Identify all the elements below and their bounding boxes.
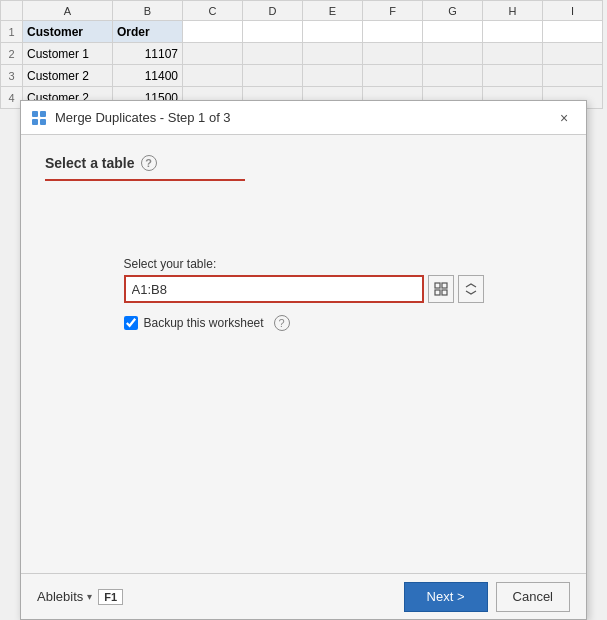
dialog-icon bbox=[31, 110, 47, 126]
col-header-d: D bbox=[243, 1, 303, 21]
row-num-3: 3 bbox=[1, 65, 23, 87]
table-row: 3 Customer 2 11400 bbox=[1, 65, 603, 87]
col-header-f: F bbox=[363, 1, 423, 21]
dialog-footer: Ablebits ▾ F1 Next > Cancel bbox=[21, 573, 586, 619]
col-header-g: G bbox=[423, 1, 483, 21]
cell-b1[interactable]: Order bbox=[113, 21, 183, 43]
col-header-a[interactable]: A bbox=[23, 1, 113, 21]
col-header-b[interactable]: B bbox=[113, 1, 183, 21]
col-header-h: H bbox=[483, 1, 543, 21]
row-num-1: 1 bbox=[1, 21, 23, 43]
cell-a2[interactable]: Customer 1 bbox=[23, 43, 113, 65]
merge-duplicates-dialog: Merge Duplicates - Step 1 of 3 × Select … bbox=[20, 100, 587, 620]
spreadsheet-table: A B C D E F G H I 1 Customer Order bbox=[0, 0, 603, 109]
footer-right: Next > Cancel bbox=[404, 582, 570, 612]
dialog-titlebar: Merge Duplicates - Step 1 of 3 × bbox=[21, 101, 586, 135]
cell-g3 bbox=[423, 65, 483, 87]
cell-c1 bbox=[183, 21, 243, 43]
row-num-2: 2 bbox=[1, 43, 23, 65]
cell-h2 bbox=[483, 43, 543, 65]
spreadsheet-area: A B C D E F G H I 1 Customer Order bbox=[0, 0, 607, 109]
backup-label: Backup this worksheet bbox=[144, 316, 264, 330]
table-range-input[interactable] bbox=[124, 275, 424, 303]
cell-f1 bbox=[363, 21, 423, 43]
backup-checkbox-row: Backup this worksheet ? bbox=[124, 315, 484, 331]
cell-b3[interactable]: 11400 bbox=[113, 65, 183, 87]
cell-a1[interactable]: Customer bbox=[23, 21, 113, 43]
svg-rect-3 bbox=[40, 119, 46, 125]
chevron-down-icon: ▾ bbox=[87, 591, 92, 602]
cell-i1 bbox=[543, 21, 603, 43]
table-row: 2 Customer 1 11107 bbox=[1, 43, 603, 65]
section-title-text: Select a table bbox=[45, 155, 135, 171]
cell-i3 bbox=[543, 65, 603, 87]
next-button[interactable]: Next > bbox=[404, 582, 488, 612]
cell-i2 bbox=[543, 43, 603, 65]
corner-cell bbox=[1, 1, 23, 21]
col-header-c: C bbox=[183, 1, 243, 21]
backup-help-icon[interactable]: ? bbox=[274, 315, 290, 331]
cell-c2 bbox=[183, 43, 243, 65]
ablebits-logo[interactable]: Ablebits ▾ bbox=[37, 589, 92, 604]
cell-h1 bbox=[483, 21, 543, 43]
cell-a3[interactable]: Customer 2 bbox=[23, 65, 113, 87]
ablebits-label: Ablebits bbox=[37, 589, 83, 604]
section-title-container: Select a table ? bbox=[45, 155, 245, 181]
cell-g2 bbox=[423, 43, 483, 65]
table-input-row bbox=[124, 275, 484, 303]
cell-b2[interactable]: 11107 bbox=[113, 43, 183, 65]
expand-icon bbox=[434, 282, 448, 296]
cell-e1 bbox=[303, 21, 363, 43]
expand-range-button[interactable] bbox=[428, 275, 454, 303]
form-area: Select your table: bbox=[45, 257, 562, 331]
collapse-icon bbox=[464, 282, 478, 296]
close-button[interactable]: × bbox=[552, 106, 576, 130]
table-select-label: Select your table: bbox=[124, 257, 484, 271]
collapse-range-button[interactable] bbox=[458, 275, 484, 303]
footer-left: Ablebits ▾ F1 bbox=[37, 589, 404, 605]
section-help-icon[interactable]: ? bbox=[141, 155, 157, 171]
col-header-e: E bbox=[303, 1, 363, 21]
f1-help-button[interactable]: F1 bbox=[98, 589, 123, 605]
svg-rect-6 bbox=[435, 290, 440, 295]
svg-rect-4 bbox=[435, 283, 440, 288]
cell-d3 bbox=[243, 65, 303, 87]
cell-c3 bbox=[183, 65, 243, 87]
cell-g1 bbox=[423, 21, 483, 43]
dialog-title: Merge Duplicates - Step 1 of 3 bbox=[55, 110, 544, 125]
cell-e2 bbox=[303, 43, 363, 65]
col-header-i: I bbox=[543, 1, 603, 21]
table-row: 1 Customer Order bbox=[1, 21, 603, 43]
cell-d1 bbox=[243, 21, 303, 43]
svg-rect-5 bbox=[442, 283, 447, 288]
cell-f3 bbox=[363, 65, 423, 87]
cell-f2 bbox=[363, 43, 423, 65]
table-select-group: Select your table: bbox=[124, 257, 484, 331]
backup-checkbox[interactable] bbox=[124, 316, 138, 330]
dialog-body: Select a table ? Select your table: bbox=[21, 135, 586, 573]
cell-d2 bbox=[243, 43, 303, 65]
cell-h3 bbox=[483, 65, 543, 87]
svg-rect-1 bbox=[40, 111, 46, 117]
svg-rect-7 bbox=[442, 290, 447, 295]
cancel-button[interactable]: Cancel bbox=[496, 582, 570, 612]
cell-e3 bbox=[303, 65, 363, 87]
svg-rect-0 bbox=[32, 111, 38, 117]
svg-rect-2 bbox=[32, 119, 38, 125]
